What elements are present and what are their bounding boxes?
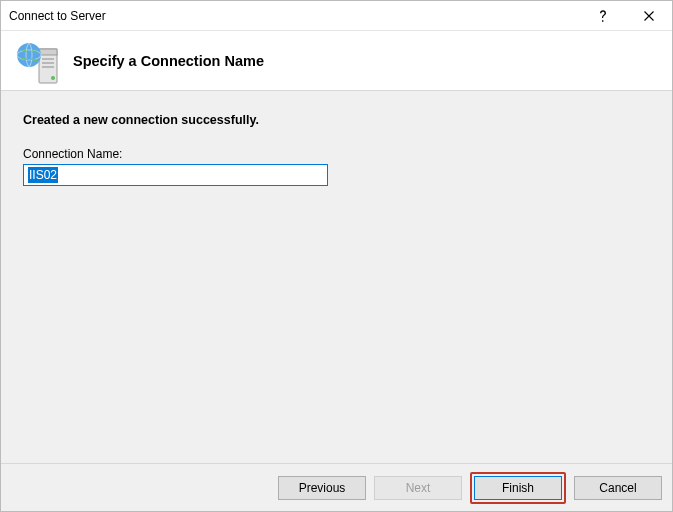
previous-button[interactable]: Previous xyxy=(278,476,366,500)
svg-rect-2 xyxy=(42,58,54,60)
wizard-heading: Specify a Connection Name xyxy=(73,53,264,69)
svg-rect-4 xyxy=(42,66,54,68)
svg-point-6 xyxy=(17,43,41,67)
connection-name-label: Connection Name: xyxy=(23,147,650,161)
help-button[interactable] xyxy=(580,1,626,31)
window-title: Connect to Server xyxy=(9,9,580,23)
connection-name-value: IIS02 xyxy=(28,167,58,183)
cancel-button[interactable]: Cancel xyxy=(574,476,662,500)
close-button[interactable] xyxy=(626,1,672,31)
dialog-window: Connect to Server xyxy=(0,0,673,512)
wizard-body: Created a new connection successfully. C… xyxy=(1,91,672,463)
wizard-header: Specify a Connection Name xyxy=(1,31,672,91)
wizard-icon xyxy=(15,37,63,85)
svg-rect-1 xyxy=(39,49,57,55)
finish-highlight: Finish xyxy=(470,472,566,504)
svg-point-5 xyxy=(51,76,55,80)
help-icon xyxy=(598,9,608,23)
connection-name-input[interactable]: IIS02 xyxy=(23,164,328,186)
status-message: Created a new connection successfully. xyxy=(23,113,650,127)
close-icon xyxy=(644,11,654,21)
titlebar: Connect to Server xyxy=(1,1,672,31)
finish-button[interactable]: Finish xyxy=(474,476,562,500)
svg-rect-3 xyxy=(42,62,54,64)
next-button: Next xyxy=(374,476,462,500)
button-row: Previous Next Finish Cancel xyxy=(1,463,672,511)
